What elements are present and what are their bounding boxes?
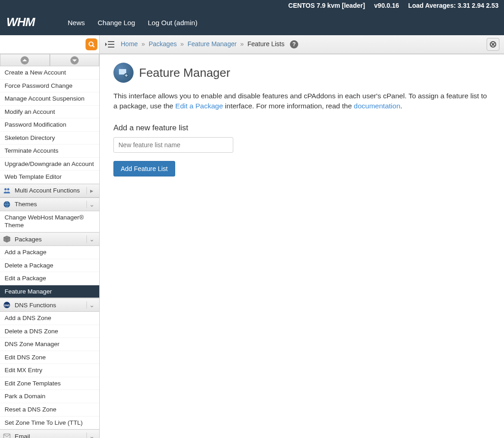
svg-point-7 (7, 188, 10, 190)
svg-text:DNS: DNS (4, 304, 10, 307)
sidebar: Create a New AccountForce Password Chang… (0, 54, 100, 438)
nav-news[interactable]: News (68, 19, 85, 27)
window-close-button[interactable] (487, 38, 499, 51)
breadcrumb-row: Home » Packages » Feature Manager » Feat… (100, 35, 504, 54)
sidebar-group[interactable]: DNSDNS Functions⌄ (0, 298, 99, 312)
sidebar-group[interactable]: Multi Account Functions▸ (0, 184, 99, 198)
navbar: WHM News Change Log Log Out (admin) (0, 10, 504, 35)
group-icon (3, 187, 11, 195)
nav-changelog[interactable]: Change Log (98, 19, 135, 27)
status-load: Load Averages: 3.31 2.94 2.53 (408, 2, 499, 9)
sidebar-item[interactable]: Web Template Editor (0, 171, 99, 184)
main-content: Feature Manager This interface allows yo… (100, 54, 504, 438)
page-header: Feature Manager (113, 63, 490, 83)
sidebar-item[interactable]: Set Zone Time To Live (TTL) (0, 417, 99, 430)
group-label: Packages (15, 236, 42, 243)
sidebar-item[interactable]: Reset a DNS Zone (0, 403, 99, 417)
svg-line-2 (93, 46, 95, 48)
sidebar-item[interactable]: Force Password Change (0, 80, 99, 93)
status-bar: CENTOS 7.9 kvm [leader] v90.0.16 Load Av… (0, 0, 504, 10)
sidebar-item[interactable]: Edit MX Entry (0, 364, 99, 377)
chevron-up-icon (22, 59, 27, 62)
sidebar-item[interactable]: Feature Manager (0, 285, 99, 299)
documentation-link[interactable]: documentation (354, 102, 401, 110)
whm-logo[interactable]: WHM (0, 16, 59, 29)
sidebar-item[interactable]: Change WebHost Manager® Theme (0, 211, 99, 232)
add-list-label: Add a new feature list (113, 123, 490, 133)
chevron-down-icon: ⌄ (86, 235, 97, 243)
feature-manager-icon (113, 63, 134, 83)
sidebar-collapse-all-button[interactable] (0, 54, 50, 66)
group-label: Themes (15, 201, 37, 208)
toolbar-row: Home » Packages » Feature Manager » Feat… (0, 35, 504, 54)
sidebar-item[interactable]: DNS Zone Manager (0, 338, 99, 351)
nav-links: News Change Log Log Out (admin) (59, 19, 198, 27)
chevron-right-icon: ▸ (86, 187, 97, 194)
bc-current: Feature Lists (247, 40, 284, 48)
bc-home[interactable]: Home (121, 40, 138, 48)
sidebar-item[interactable]: Park a Domain (0, 390, 99, 403)
search-wrap (0, 35, 100, 54)
svg-point-6 (5, 188, 7, 190)
sidebar-item[interactable]: Modify an Account (0, 106, 99, 119)
chevron-down-icon: ⌄ (86, 433, 97, 438)
page-description: This interface allows you to enable and … (113, 91, 490, 112)
search-input[interactable] (2, 39, 86, 50)
edit-package-link[interactable]: Edit a Package (175, 102, 223, 110)
sidebar-item[interactable]: Edit DNS Zone (0, 351, 99, 364)
sidebar-toggle-button[interactable] (104, 39, 115, 50)
group-icon (3, 432, 11, 438)
group-icon: DNS (3, 301, 11, 309)
page-title: Feature Manager (139, 66, 230, 80)
sidebar-item[interactable]: Delete a DNS Zone (0, 325, 99, 338)
nav-logout[interactable]: Log Out (admin) (148, 19, 197, 27)
sidebar-item[interactable]: Upgrade/Downgrade an Account (0, 158, 99, 171)
sidebar-expand-all-button[interactable] (50, 54, 100, 66)
sidebar-item[interactable]: Skeleton Directory (0, 132, 99, 145)
search-button[interactable] (86, 38, 97, 50)
header: CENTOS 7.9 kvm [leader] v90.0.16 Load Av… (0, 0, 504, 35)
sidebar-item[interactable]: Terminate Accounts (0, 144, 99, 158)
sidebar-group[interactable]: Themes⌄ (0, 198, 99, 211)
svg-text:WHM: WHM (6, 16, 36, 29)
group-label: DNS Functions (15, 302, 56, 309)
status-os: CENTOS 7.9 kvm [leader] (288, 2, 365, 9)
chevron-down-icon (72, 59, 77, 62)
group-label: Email (15, 433, 30, 438)
add-feature-list-button[interactable]: Add Feature List (113, 161, 175, 176)
svg-rect-11 (4, 434, 10, 438)
sidebar-item[interactable]: Add a Package (0, 246, 99, 259)
sidebar-list[interactable]: Create a New AccountForce Password Chang… (0, 66, 99, 438)
sidebar-item[interactable]: Add a DNS Zone (0, 312, 99, 325)
group-label: Multi Account Functions (15, 187, 80, 194)
help-icon[interactable]: ? (290, 40, 298, 48)
svg-point-1 (89, 42, 93, 46)
feature-list-name-input[interactable] (113, 137, 233, 153)
status-version: v90.0.16 (374, 2, 399, 9)
sidebar-group[interactable]: Packages⌄ (0, 232, 99, 246)
sidebar-item[interactable]: Edit a Package (0, 272, 99, 285)
sidebar-item[interactable]: Edit Zone Templates (0, 377, 99, 390)
sidebar-item[interactable]: Password Modification (0, 118, 99, 132)
menu-icon (105, 41, 114, 48)
sidebar-item[interactable]: Create a New Account (0, 66, 99, 80)
sidebar-item[interactable]: Manage Account Suspension (0, 92, 99, 106)
sidebar-item[interactable]: Delete a Package (0, 259, 99, 272)
group-icon (3, 200, 11, 208)
chevron-down-icon: ⌄ (86, 301, 97, 309)
bc-featuremgr[interactable]: Feature Manager (188, 40, 236, 48)
breadcrumb: Home » Packages » Feature Manager » Feat… (120, 40, 298, 48)
search-icon (88, 41, 95, 48)
sidebar-group[interactable]: Email⌄ (0, 429, 99, 438)
bc-packages[interactable]: Packages (149, 40, 177, 48)
close-icon (490, 41, 496, 48)
chevron-down-icon: ⌄ (86, 201, 97, 208)
group-icon (3, 235, 11, 243)
